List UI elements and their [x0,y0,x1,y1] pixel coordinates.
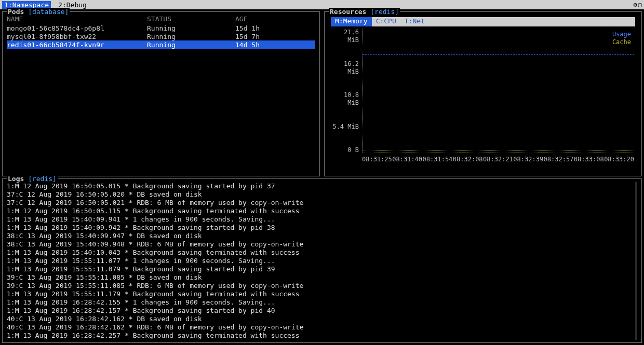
resources-title-text: Resources [330,8,366,16]
subtab-cpu[interactable]: C:CPU [372,17,400,26]
x-axis-labels: 08:31:25 08:31:40 08:31:54 08:32:08 08:3… [362,156,634,163]
x-tick: 08:31:25 [362,156,392,163]
usage-line [363,54,634,55]
log-line: 1:M 13 Aug 2019 16:28:42.157 * Backgroun… [7,307,637,315]
log-line: 37:C 12 Aug 2019 16:50:05.020 * DB saved… [7,190,637,199]
pod-status: Running [147,33,235,40]
logs-panel: Logs [redis] 1:M 12 Aug 2019 16:50:05.01… [2,178,642,343]
col-name-header: NAME [7,15,147,23]
pod-name: mongo01-56c8578dc4-p6p8l [7,24,147,32]
table-row[interactable]: mysql01-8f958bbf-txw22 Running 15d 7h [7,32,315,40]
subtab-net[interactable]: T:Net [400,17,429,26]
x-tick: 08:33:08 [574,156,604,163]
subtab-memory[interactable]: M:Memory [331,17,372,26]
log-line: 39:C 13 Aug 2019 15:55:11.085 * RDB: 6 M… [7,282,637,290]
cache-line [363,150,634,150]
top-tab-bar: 1:Namespace 2:Debug ⚙ ▢ [0,0,644,9]
chart-legend: Usage Cache [612,31,631,46]
log-line: 39:C 13 Aug 2019 15:55:11.085 * DB saved… [7,273,637,282]
x-tick: 08:33:20 [604,156,634,163]
maximize-icon[interactable]: ▢ [638,1,642,9]
x-tick: 08:32:21 [483,156,513,163]
log-line: 1:M 13 Aug 2019 15:55:11.077 * 1 changes… [7,257,637,265]
resources-context: [redis] [370,8,399,16]
legend-usage: Usage [612,31,631,38]
col-status-header: STATUS [147,15,235,23]
log-line: 1:M 13 Aug 2019 15:40:09.942 * Backgroun… [7,224,637,232]
resources-subtabs: M:Memory C:CPU T:Net [331,17,635,26]
y-tick: 5.4 MiB [330,123,359,131]
pod-name: redis01-66cb58474f-kvn9r [7,41,147,49]
table-row[interactable]: redis01-66cb58474f-kvn9r Running 14d 5h [7,40,315,49]
pod-age: 14d 5h [235,41,315,49]
y-axis-labels: 21.6 MiB 16.2 MiB 10.8 MiB 5.4 MiB 0 B [330,29,361,154]
log-line: 37:C 12 Aug 2019 16:50:05.021 * RDB: 6 M… [7,199,637,207]
x-tick: 08:32:39 [513,156,543,163]
logs-context: [redis] [28,175,57,183]
resources-title: Resources [redis] [329,8,400,16]
logs-body[interactable]: 1:M 12 Aug 2019 16:50:05.015 * Backgroun… [7,182,637,340]
log-line: 1:M 13 Aug 2019 16:28:42.155 * 1 changes… [7,298,637,307]
log-line: 1:M 13 Aug 2019 16:28:42.257 * Backgroun… [7,332,637,340]
x-tick: 08:31:54 [423,156,453,163]
log-line: 1:M 13 Aug 2019 15:40:09.941 * 1 changes… [7,215,637,224]
y-tick: 21.6 MiB [330,29,359,44]
upper-row: Pods [database] NAME STATUS AGE mongo01-… [0,9,644,176]
y-tick: 0 B [330,146,359,154]
logs-title: Logs [redis] [7,175,58,183]
plot-area: Usage Cache [362,29,634,153]
scrollbar[interactable] [635,182,637,340]
log-line: 1:M 12 Aug 2019 16:50:05.015 * Backgroun… [7,182,637,190]
log-line: 1:M 13 Aug 2019 15:55:11.179 * Backgroun… [7,290,637,298]
pod-status: Running [147,41,235,49]
x-tick: 08:32:57 [544,156,574,163]
titlebar-icons: ⚙ ▢ [634,1,642,9]
resources-panel: Resources [redis] M:Memory C:CPU T:Net 2… [324,11,642,176]
log-line: 1:M 13 Aug 2019 15:55:11.079 * Backgroun… [7,265,637,273]
log-line: 38:C 13 Aug 2019 15:40:09.947 * DB saved… [7,232,637,240]
log-lines: 1:M 12 Aug 2019 16:50:05.015 * Backgroun… [7,182,637,340]
pods-header: NAME STATUS AGE [7,15,315,23]
legend-cache: Cache [612,38,631,46]
pods-title: Pods [database] [7,8,70,16]
pods-body: mongo01-56c8578dc4-p6p8l Running 15d 1h … [7,24,315,49]
pod-name: mysql01-8f958bbf-txw22 [7,33,147,40]
gear-icon[interactable]: ⚙ [634,1,637,9]
y-tick: 10.8 MiB [330,91,359,107]
log-line: 40:C 13 Aug 2019 16:28:42.162 * DB saved… [7,315,637,323]
log-line: 1:M 12 Aug 2019 16:50:05.115 * Backgroun… [7,207,637,215]
col-age-header: AGE [235,15,315,23]
log-line: 40:C 13 Aug 2019 16:28:42.162 * RDB: 6 M… [7,323,637,332]
x-tick: 08:31:40 [392,156,422,163]
log-line: 1:M 13 Aug 2019 15:40:10.043 * Backgroun… [7,249,637,257]
app-root: 1:Namespace 2:Debug ⚙ ▢ Pods [database] … [0,0,644,345]
pods-context: [database] [28,8,69,16]
table-row[interactable]: mongo01-56c8578dc4-p6p8l Running 15d 1h [7,24,315,32]
logs-title-text: Logs [8,175,24,183]
pod-age: 15d 1h [235,24,315,32]
pod-status: Running [147,24,235,32]
x-tick: 08:32:08 [453,156,483,163]
memory-chart: 21.6 MiB 16.2 MiB 10.8 MiB 5.4 MiB 0 B U… [330,29,636,163]
log-line: 38:C 13 Aug 2019 15:40:09.948 * RDB: 6 M… [7,240,637,249]
pods-title-text: Pods [8,8,24,16]
pods-panel: Pods [database] NAME STATUS AGE mongo01-… [2,11,320,176]
pod-age: 15d 7h [235,33,315,40]
y-tick: 16.2 MiB [330,60,359,76]
